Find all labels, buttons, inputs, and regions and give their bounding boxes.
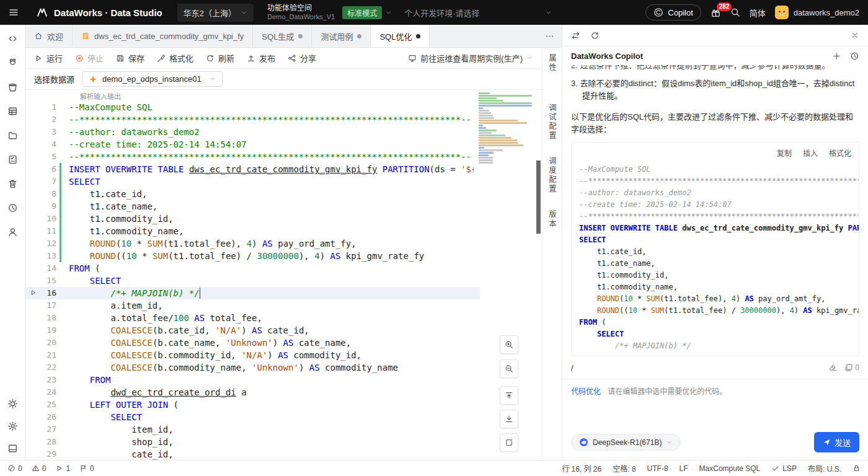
copilot-button[interactable]: Copilot <box>645 4 701 20</box>
compare-icon[interactable] <box>571 31 580 40</box>
notifications-button[interactable]: 282 <box>711 7 721 18</box>
sidebar-icon-bucket[interactable] <box>7 82 18 92</box>
status-encoding[interactable]: UTF-8 <box>647 464 668 473</box>
status-keyboard-layout[interactable]: 布局: U.S. <box>808 463 841 474</box>
code-line-6[interactable]: INSERT OVERWRITE TABLE dws_ec_trd_cate_c… <box>69 163 474 175</box>
code-line-22[interactable]: COALESCE(b.commodity_name, 'Unknown') AS… <box>69 361 474 374</box>
scrollbar-thumb[interactable] <box>536 161 541 234</box>
mode-selector[interactable]: 标准模式 <box>342 6 392 19</box>
code-line-10[interactable]: t1.commodity_id, <box>69 213 474 225</box>
code-line-5[interactable]: --**************************************… <box>69 151 474 163</box>
code-line-1[interactable]: --MaxCompute SQL <box>69 101 474 113</box>
sidebar-icon-table[interactable] <box>7 106 18 117</box>
code-line-7[interactable]: SELECT <box>69 175 474 188</box>
status-language-mode[interactable]: MaxCompute SQL <box>699 464 761 473</box>
editor-scrollbar[interactable] <box>536 90 541 460</box>
code-line-29[interactable]: cate_id, <box>69 448 474 460</box>
minimap[interactable] <box>479 92 533 164</box>
code-line-18[interactable]: a.total_fee/100 AS total_fee, <box>69 312 474 324</box>
scroll-bottom-button[interactable] <box>500 410 518 428</box>
code-line-17[interactable]: a.item_id, <box>69 299 474 312</box>
language-switcher[interactable]: 简体 <box>750 7 766 19</box>
model-selector[interactable]: DeepSeek-R1(671B) <box>571 434 681 451</box>
code-line-20[interactable]: COALESCE(b.cate_name, 'Unknown') AS cate… <box>69 337 474 349</box>
sidebar-icon-history[interactable] <box>7 203 18 213</box>
tab-sql-optimize[interactable]: SQL优化 <box>371 25 430 47</box>
sidebar-icon-folder[interactable] <box>7 130 18 141</box>
tab-schedule-config[interactable]: 调度配置 <box>547 157 557 194</box>
copy-button[interactable]: 复制 <box>777 148 792 160</box>
search-icon[interactable] <box>730 7 740 17</box>
zoom-in-button[interactable] <box>500 335 518 354</box>
code-line-8[interactable]: t1.cate_id, <box>69 188 474 200</box>
copilot-input[interactable]: / 0 <box>562 356 868 379</box>
code-line-26[interactable]: SELECT <box>69 411 474 423</box>
code-line-3[interactable]: --author: dataworks_demo2 <box>69 126 474 138</box>
ops-link[interactable]: 前往运维查看周期实例(生产) <box>408 52 533 64</box>
code-line-9[interactable]: t1.cate_name, <box>69 200 474 213</box>
tab-properties[interactable]: 属性 <box>547 54 557 73</box>
status-cursor-position[interactable]: 行 16, 列 26 <box>562 463 601 474</box>
publish-button[interactable]: 发布 <box>247 52 275 64</box>
tab-node[interactable]: dws_ec_trd_cate_commodity_gmv_kpi_fy <box>73 25 253 47</box>
status-lock[interactable] <box>852 464 861 472</box>
history-icon[interactable] <box>850 51 859 61</box>
stop-button[interactable]: 停止 <box>75 52 104 64</box>
sidebar-icon-panel[interactable] <box>7 443 18 454</box>
format-button[interactable]: 格式化 <box>157 52 193 64</box>
workspace-selector[interactable]: 功能体验空间 Demo_DataWorks_V1 <box>267 4 335 21</box>
close-panel-icon[interactable] <box>851 31 859 40</box>
region-selector[interactable]: 华东2（上海） <box>177 4 254 22</box>
status-errors[interactable]: 0 <box>7 464 22 473</box>
code-line-19[interactable]: COALESCE(b.cate_id, 'N/A') AS cate_id, <box>69 324 474 337</box>
sql-editor[interactable]: 解析输入输出 123456789101112131415161718192021… <box>25 90 542 460</box>
context-counter[interactable]: 0 <box>844 363 859 372</box>
sidebar-icon-magnet[interactable] <box>7 58 18 68</box>
code-line-4[interactable]: --create time: 2025-02-14 14:54:07 <box>69 138 474 151</box>
share-button[interactable]: 分享 <box>288 52 316 64</box>
code-line-27[interactable]: item_id, <box>69 423 474 436</box>
code-line-16[interactable]: /*+ MAPJOIN(b) */ <box>69 287 474 299</box>
env-selector[interactable]: 个人开发环境·请选择 <box>404 7 552 19</box>
status-flags[interactable]: 0 <box>79 464 94 473</box>
status-runs[interactable]: 1 <box>55 464 70 473</box>
scroll-top-button[interactable] <box>500 386 518 405</box>
tab-versions[interactable]: 版本 <box>547 210 557 229</box>
code-line-2[interactable]: --**************************************… <box>69 113 474 126</box>
code-line-21[interactable]: COALESCE(b.commodity_id, 'N/A') AS commo… <box>69 349 474 361</box>
status-indent[interactable]: 空格: 8 <box>613 463 636 474</box>
sidebar-icon-gear[interactable] <box>7 421 18 431</box>
status-lsp-status[interactable]: LSP <box>771 464 797 473</box>
sidebar-icon-trash[interactable] <box>7 178 18 189</box>
status-eol[interactable]: LF <box>680 464 688 473</box>
code-line-25[interactable]: LEFT OUTER JOIN ( <box>69 399 474 411</box>
code-line-14[interactable]: FROM ( <box>69 262 474 275</box>
tab-debug-config[interactable]: 调试配置 <box>547 104 557 141</box>
run-line-icon[interactable] <box>30 289 37 296</box>
refresh-button[interactable]: 刷新 <box>206 52 234 64</box>
more-tabs-icon[interactable] <box>545 32 554 41</box>
code-line-24[interactable]: dwd_ec_trd_create_ord_di a <box>69 386 474 399</box>
code-line-15[interactable]: SELECT <box>69 275 474 287</box>
codelens[interactable]: 解析输入输出 <box>80 91 121 101</box>
code-line-13[interactable]: ROUND((10 * SUM(t1.total_fee) / 30000000… <box>69 250 474 262</box>
sidebar-icon-code[interactable] <box>7 33 18 44</box>
code-line-23[interactable]: FROM <box>69 374 474 386</box>
send-button[interactable]: 发送 <box>814 432 859 452</box>
tab-welcome[interactable]: 欢迎 <box>25 25 73 47</box>
save-button[interactable]: 保存 <box>116 52 144 64</box>
sidebar-icon-tasks[interactable] <box>7 154 18 165</box>
run-button[interactable]: 运行 <box>34 52 63 64</box>
status-warnings[interactable]: 0 <box>32 464 46 473</box>
tab-test-case[interactable]: 测试用例 <box>312 25 371 47</box>
selection-button[interactable] <box>500 433 518 452</box>
new-chat-icon[interactable] <box>832 51 841 61</box>
hint-command[interactable]: 代码优化 <box>571 387 601 396</box>
tab-sql-gen[interactable]: SQL生成 <box>253 25 312 47</box>
code-line-28[interactable]: shop_id, <box>69 436 474 448</box>
zoom-out-button[interactable] <box>500 359 518 378</box>
insert-button[interactable]: 插入 <box>803 148 818 160</box>
format-button[interactable]: 格式化 <box>829 148 851 160</box>
menu-icon[interactable] <box>9 7 19 17</box>
clear-input-icon[interactable] <box>828 363 837 372</box>
